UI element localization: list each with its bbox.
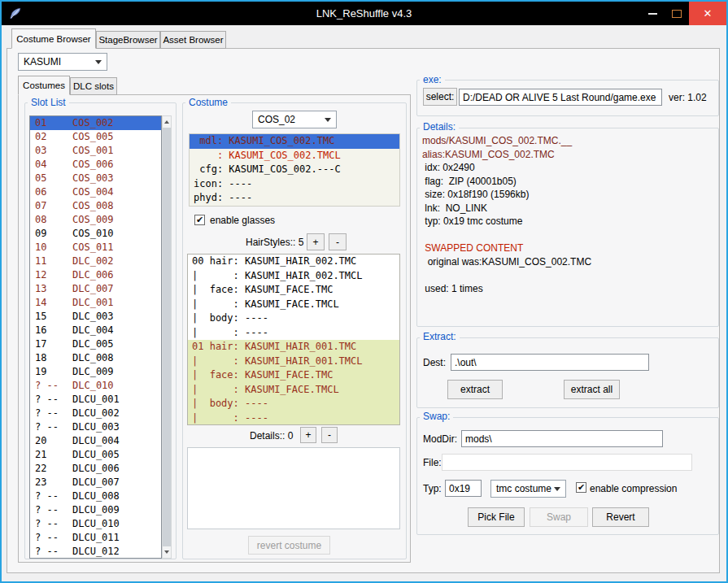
- hair-style-line[interactable]: | face: KASUMI_FACE.TMC: [188, 283, 399, 298]
- tab-costumes[interactable]: Costumes: [18, 76, 70, 95]
- compression-checkbox[interactable]: ✔: [576, 482, 586, 493]
- swap-file-field[interactable]: [442, 454, 692, 471]
- character-select[interactable]: KASUMI: [18, 53, 107, 71]
- slot-list-item[interactable]: 08COS_009: [30, 213, 161, 227]
- slot-list-item[interactable]: 02COS_005: [30, 130, 161, 144]
- costume-file-line[interactable]: mdl: KASUMI_COS_002.TMC: [190, 134, 399, 149]
- costume-file-line[interactable]: icon: ----: [190, 177, 399, 192]
- hair-style-line[interactable]: | : KASUMI_HAIR_001.TMCL: [188, 355, 399, 369]
- slot-costume-name: DLC_010: [72, 379, 114, 393]
- slot-list-item[interactable]: ? --DLCU_008: [30, 489, 161, 503]
- hair-style-line[interactable]: | body: ----: [188, 397, 399, 411]
- slot-list-item[interactable]: 18DLC_008: [30, 351, 161, 365]
- slot-list-item[interactable]: 20DLCU_004: [30, 434, 161, 448]
- close-icon: ✕: [704, 7, 713, 20]
- typ-field[interactable]: [445, 480, 482, 497]
- slot-list-item[interactable]: 04COS_006: [30, 158, 161, 172]
- slot-costume-name: COS_006: [72, 158, 114, 172]
- details-line: size: 0x18f190 (1596kb): [422, 188, 713, 202]
- type-select[interactable]: tmc costume: [490, 480, 566, 498]
- hair-style-line[interactable]: | face: KASUMI_FACE.TMC: [188, 368, 399, 383]
- tab-stage-browser[interactable]: StageBrowser: [96, 31, 160, 49]
- slot-list-item[interactable]: ? --DLC_010: [30, 379, 161, 393]
- pick-file-button[interactable]: Pick File: [468, 507, 525, 527]
- slot-list-item[interactable]: 11DLC_002: [30, 255, 161, 268]
- slot-list-item[interactable]: ? --DLCU_003: [30, 420, 161, 434]
- details-label: Details:: [420, 121, 459, 133]
- slot-list-scrollbar[interactable]: [162, 115, 172, 559]
- scroll-up-icon[interactable]: [163, 116, 171, 128]
- slot-list-item[interactable]: 07COS_008: [30, 199, 161, 213]
- hairstyle-add-button[interactable]: +: [307, 233, 325, 250]
- slot-number: ? --: [35, 531, 72, 545]
- tab-dlc-slots[interactable]: DLC slots: [70, 77, 117, 95]
- slot-costume-name: COS_009: [72, 213, 114, 227]
- slot-list-item[interactable]: ? --DLCU_011: [30, 531, 161, 545]
- slot-number: 16: [35, 324, 72, 337]
- costume-file-line[interactable]: phyd: ----: [190, 191, 399, 206]
- scrollbar-thumb[interactable]: [163, 128, 171, 546]
- slot-number: ? --: [35, 379, 72, 393]
- slot-list-item[interactable]: 05COS_003: [30, 172, 161, 185]
- slot-costume-name: DLCU_010: [72, 517, 120, 531]
- slot-list-item[interactable]: 01COS_002: [30, 116, 161, 130]
- dest-field[interactable]: [451, 354, 649, 371]
- minimize-icon: [648, 13, 657, 15]
- revert-button[interactable]: Revert: [592, 507, 649, 527]
- hairstyle-remove-button[interactable]: -: [329, 233, 347, 250]
- slot-costume-name: DLC_003: [72, 310, 114, 324]
- revert-costume-button[interactable]: revert costume: [248, 536, 330, 555]
- slot-list-item[interactable]: 22DLCU_006: [30, 462, 161, 476]
- slot-list-item[interactable]: 12DLC_006: [30, 268, 161, 282]
- slot-list-item[interactable]: 06COS_004: [30, 185, 161, 199]
- hair-style-line[interactable]: | : KASUMI_FACE.TMCL: [188, 383, 399, 398]
- glasses-checkbox[interactable]: ✔: [194, 215, 205, 225]
- slot-list-item[interactable]: ? --DLCU_001: [30, 393, 161, 407]
- slot-list-item[interactable]: 19DLC_009: [30, 365, 161, 379]
- slot-list-item[interactable]: 14DLC_001: [30, 296, 161, 310]
- hair-style-line[interactable]: 01 hair: KASUMI_HAIR_001.TMC: [188, 340, 399, 355]
- hair-style-line[interactable]: | body: ----: [188, 311, 399, 326]
- detail-remove-button[interactable]: -: [321, 427, 338, 443]
- slot-list-item[interactable]: ? --DLCU_002: [30, 407, 161, 420]
- slot-costume-name: DLCU_006: [72, 462, 120, 476]
- hair-style-line[interactable]: | : KASUMI_FACE.TMCL: [188, 298, 399, 312]
- swap-button[interactable]: Swap: [530, 507, 588, 527]
- slot-costume-name: DLC_009: [72, 365, 114, 379]
- exe-path-field[interactable]: [459, 89, 662, 106]
- close-button[interactable]: ✕: [689, 2, 726, 25]
- slot-list-item[interactable]: 09COS_010: [30, 227, 161, 241]
- tab-costume-browser[interactable]: Costume Browser: [11, 28, 96, 49]
- moddir-field[interactable]: [461, 430, 663, 447]
- slot-list-item[interactable]: 10COS_011: [30, 241, 161, 255]
- details-count-label: Details:: 0: [250, 430, 293, 442]
- slot-list-item[interactable]: 21DLCU_005: [30, 448, 161, 462]
- slot-list-item[interactable]: 03COS_001: [30, 144, 161, 158]
- scroll-down-icon[interactable]: [163, 546, 171, 558]
- slot-number: 02: [35, 130, 72, 144]
- detail-add-button[interactable]: +: [300, 427, 316, 443]
- slot-list-item[interactable]: ? --DLCU_009: [30, 503, 161, 517]
- hair-style-line[interactable]: | : KASUMI_HAIR_002.TMCL: [188, 269, 399, 284]
- extract-all-button[interactable]: extract all: [564, 380, 620, 399]
- slot-list-item[interactable]: ? --DLCU_012: [30, 545, 161, 559]
- costume-select[interactable]: COS_02: [252, 111, 337, 128]
- slot-list-item[interactable]: 23DLCU_007: [30, 476, 161, 489]
- costume-file-line[interactable]: cfg: KASUMI_COS_002.---C: [190, 163, 399, 177]
- slot-list-item[interactable]: 15DLC_003: [30, 310, 161, 324]
- minimize-button[interactable]: [640, 2, 665, 25]
- costume-file-line[interactable]: : KASUMI_COS_002.TMCL: [190, 149, 399, 163]
- hair-style-line[interactable]: | : ----: [188, 326, 399, 341]
- slot-list-item[interactable]: 16DLC_004: [30, 324, 161, 337]
- tab-asset-browser[interactable]: Asset Browser: [160, 31, 226, 49]
- hair-style-line[interactable]: | : ----: [188, 411, 399, 426]
- slot-number: ? --: [35, 393, 72, 407]
- hair-style-line[interactable]: 00 hair: KASUMI_HAIR_002.TMC: [188, 255, 399, 269]
- slot-costume-name: DLC_007: [72, 282, 114, 296]
- maximize-button[interactable]: [665, 2, 689, 25]
- select-exe-button[interactable]: select:: [423, 88, 457, 106]
- extract-button[interactable]: extract: [447, 380, 503, 399]
- slot-list-item[interactable]: 13DLC_007: [30, 282, 161, 296]
- slot-list-item[interactable]: 17DLC_005: [30, 337, 161, 351]
- slot-list-item[interactable]: ? --DLCU_010: [30, 517, 161, 531]
